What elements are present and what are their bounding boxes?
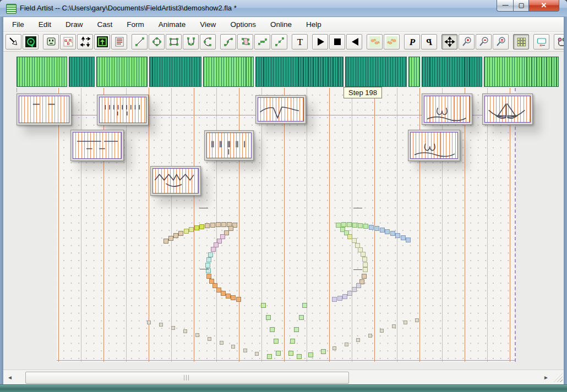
marcher-square[interactable] xyxy=(199,224,204,229)
line-tool-button[interactable] xyxy=(132,34,148,49)
marcher-square[interactable] xyxy=(415,318,419,322)
phrase-end-button[interactable]: P xyxy=(421,34,437,49)
marcher-square[interactable] xyxy=(216,222,221,227)
timeline-segment[interactable] xyxy=(422,57,482,87)
marcher-square[interactable] xyxy=(226,294,231,299)
step-timeline[interactable] xyxy=(17,57,559,88)
steps-forward-button[interactable] xyxy=(367,34,383,49)
marcher-square[interactable] xyxy=(255,352,259,356)
marcher-square[interactable] xyxy=(159,323,163,327)
marcher-square[interactable] xyxy=(332,346,336,350)
stop-button-button[interactable] xyxy=(329,34,345,49)
timeline-segment[interactable] xyxy=(408,57,420,87)
marcher-square[interactable] xyxy=(347,291,352,296)
marcher-square[interactable] xyxy=(231,295,236,300)
form-picker-button[interactable] xyxy=(60,34,76,49)
marcher-square[interactable] xyxy=(208,252,213,257)
field-canvas[interactable] xyxy=(57,88,516,362)
marcher-square[interactable] xyxy=(274,339,279,344)
select-pointer-button[interactable] xyxy=(6,34,21,49)
formation-thumbnail[interactable] xyxy=(70,130,124,161)
marcher-square[interactable] xyxy=(385,229,390,234)
grid-toggle-button[interactable] xyxy=(513,34,529,49)
marcher-square[interactable] xyxy=(210,223,215,228)
formation-thumbnail[interactable] xyxy=(255,95,306,124)
marcher-square[interactable] xyxy=(231,345,235,349)
menu-view[interactable]: View xyxy=(194,19,221,30)
marcher-face-button[interactable] xyxy=(43,34,59,49)
closed-curve-tool-button[interactable] xyxy=(237,34,253,49)
marcher-square[interactable] xyxy=(163,239,168,244)
marcher-square[interactable] xyxy=(401,235,406,240)
play-button-button[interactable] xyxy=(312,34,328,49)
marcher-square[interactable] xyxy=(205,263,210,268)
marcher-square[interactable] xyxy=(206,274,211,279)
horizontal-scrollbar[interactable]: ◄ ► xyxy=(3,369,564,385)
formation-thumbnail[interactable] xyxy=(150,166,201,196)
marcher-square[interactable] xyxy=(362,257,367,262)
menu-file[interactable]: File xyxy=(7,19,30,30)
marcher-square[interactable] xyxy=(168,236,173,241)
scrollbar-thumb[interactable] xyxy=(25,372,349,384)
menu-help[interactable]: Help xyxy=(301,19,327,30)
marcher-square[interactable] xyxy=(266,315,271,320)
resize-arrows-button[interactable] xyxy=(77,34,93,49)
marcher-square[interactable] xyxy=(183,329,187,333)
marcher-square[interactable] xyxy=(208,337,211,341)
marcher-square[interactable] xyxy=(380,329,384,333)
chart-list-button[interactable] xyxy=(111,34,127,49)
marcher-square[interactable] xyxy=(347,222,352,227)
marcher-square[interactable] xyxy=(358,223,363,228)
marcher-square[interactable] xyxy=(302,303,307,308)
marcher-square[interactable] xyxy=(352,223,357,228)
marcher-square[interactable] xyxy=(205,223,210,228)
marcher-square[interactable] xyxy=(294,327,299,332)
formation-thumbnail[interactable] xyxy=(422,93,472,125)
marcher-square[interactable] xyxy=(341,222,346,227)
marcher-square[interactable] xyxy=(206,257,211,262)
marcher-square[interactable] xyxy=(221,222,226,227)
menu-cast[interactable]: Cast xyxy=(92,19,118,30)
circle-tool-button[interactable] xyxy=(149,34,165,49)
text-tool-button[interactable]: T xyxy=(292,34,308,49)
marcher-square[interactable] xyxy=(189,227,194,232)
scroll-left-button[interactable]: ◄ xyxy=(4,372,15,383)
marcher-square[interactable] xyxy=(173,233,178,238)
zoom-actual-button[interactable] xyxy=(493,34,509,49)
menu-online[interactable]: Online xyxy=(265,19,297,30)
play-reverse-button-button[interactable] xyxy=(346,34,362,49)
marcher-square[interactable] xyxy=(404,321,407,324)
marcher-square[interactable] xyxy=(342,294,347,299)
rotate-tool-button[interactable] xyxy=(23,34,39,49)
marcher-square[interactable] xyxy=(392,324,396,328)
segment-tool-button[interactable] xyxy=(271,34,287,49)
formation-thumbnail[interactable] xyxy=(204,130,254,161)
marcher-square[interactable] xyxy=(356,283,361,288)
timeline-segment[interactable] xyxy=(255,57,344,87)
maximize-button[interactable]: ▢ xyxy=(513,0,530,12)
marcher-square[interactable] xyxy=(290,339,295,344)
marcher-square[interactable] xyxy=(337,296,342,301)
marcher-square[interactable] xyxy=(228,226,233,231)
marcher-square[interactable] xyxy=(368,334,372,338)
timeline-segment[interactable] xyxy=(149,57,201,87)
marcher-square[interactable] xyxy=(261,303,266,308)
marcher-square[interactable] xyxy=(270,327,275,332)
import-up-button[interactable] xyxy=(94,34,110,49)
marcher-square[interactable] xyxy=(220,341,223,345)
scroll-right-button[interactable]: ► xyxy=(541,372,552,383)
marcher-square[interactable] xyxy=(363,224,368,229)
timeline-segment[interactable] xyxy=(69,57,95,87)
menu-animate[interactable]: Animate xyxy=(153,19,192,30)
timeline-segment[interactable] xyxy=(203,57,254,87)
marcher-square[interactable] xyxy=(380,228,385,233)
menu-options[interactable]: Options xyxy=(225,19,261,30)
marcher-square[interactable] xyxy=(374,226,379,231)
arc-tool-button[interactable] xyxy=(200,34,216,49)
marcher-square[interactable] xyxy=(361,252,366,257)
marcher-square[interactable] xyxy=(352,238,357,243)
marcher-square[interactable] xyxy=(363,262,368,267)
formation-thumbnail[interactable] xyxy=(482,93,533,125)
marcher-square[interactable] xyxy=(356,338,360,342)
menu-form[interactable]: Form xyxy=(121,19,150,30)
